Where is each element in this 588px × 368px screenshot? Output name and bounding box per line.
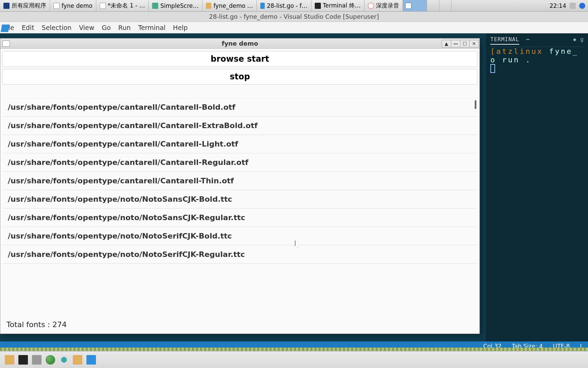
total-fonts-label: Total fonts : 274 — [2, 318, 477, 332]
menu-view[interactable]: View — [79, 24, 94, 31]
prompt-cmd: run . — [502, 56, 532, 64]
vscode-logo-icon — [1, 25, 10, 32]
menu-help[interactable]: Help — [173, 24, 187, 31]
taskbar-fyne-demo[interactable]: fyne demo — [50, 0, 96, 11]
taskbar-label: 28-list.go - f… — [267, 2, 307, 9]
list-item[interactable]: /usr/share/fonts/opentype/cantarell/Cant… — [2, 135, 477, 153]
taskbar-label: 深度录音 — [376, 2, 399, 10]
keyboard-icon[interactable] — [570, 3, 576, 9]
file-manager-icon[interactable] — [5, 355, 14, 365]
menu-edit[interactable]: Edit — [22, 24, 34, 31]
folder-icon[interactable] — [73, 355, 82, 365]
pager-cell[interactable] — [403, 0, 427, 11]
terminal-line: o run . — [490, 56, 584, 64]
folder-icon — [206, 3, 212, 9]
footer-text: Total fonts : 274 — [6, 320, 67, 329]
window-thumb-icon — [405, 3, 411, 9]
system-taskbar: 所有应用程序 fyne demo *未命名 1 - … SimpleScre… … — [0, 0, 588, 12]
list-item[interactable]: /usr/share/fonts/opentype/noto/NotoSansC… — [2, 209, 477, 227]
terminal-more-icon[interactable]: ⋯ — [526, 36, 530, 45]
terminal-cursor — [490, 64, 584, 75]
bottom-dock — [0, 351, 588, 368]
taskbar-simplescreen[interactable]: SimpleScre… — [149, 0, 202, 11]
taskbar-all-apps[interactable]: 所有应用程序 — [0, 0, 50, 11]
list-item[interactable]: /usr/share/fonts/opentype/noto/NotoSansC… — [2, 190, 477, 209]
terminal-panel[interactable]: TERMINAL ⋯ ◆ g [atzlinux fyne_ o run . — [486, 33, 588, 341]
menu-go[interactable]: Go — [102, 24, 111, 31]
pager-cell[interactable] — [451, 0, 463, 11]
taskbar-label: SimpleScre… — [160, 2, 198, 9]
taskbar-fyne-folder[interactable]: fyne_demo … — [202, 0, 257, 11]
prompt-user: atzlinux — [496, 47, 543, 56]
fyne-body: browse start stop /usr/share/fonts/opent… — [0, 49, 479, 334]
stop-button[interactable]: stop — [2, 69, 477, 85]
taskbar-label: Terminal 终… — [323, 2, 361, 10]
search-icon[interactable] — [59, 355, 69, 365]
taskbar-vscode-file[interactable]: 28-list.go - f… — [257, 0, 311, 11]
vscode-icon — [260, 3, 265, 9]
vscode-titlebar: 28-list.go - fyne_demo - Visual Studio C… — [0, 12, 588, 22]
list-item[interactable]: /usr/share/fonts/opentype/cantarell/Cant… — [2, 117, 477, 135]
font-path: /usr/share/fonts/opentype/noto/NotoSansC… — [8, 195, 232, 203]
menu-terminal[interactable]: Terminal — [138, 24, 165, 31]
scrollbar-thumb[interactable] — [475, 100, 476, 109]
close-button[interactable]: ✕ — [469, 40, 479, 47]
taskbar-label: fyne_demo … — [213, 2, 253, 9]
window-title: 28-list.go - fyne_demo - Visual Studio C… — [209, 13, 379, 20]
browse-start-button[interactable]: browse start — [2, 51, 477, 67]
font-path: /usr/share/fonts/opentype/noto/NotoSansC… — [8, 213, 245, 222]
browser-icon[interactable] — [46, 355, 55, 365]
list-item[interactable]: /usr/share/fonts/opentype/cantarell/Cant… — [2, 153, 477, 172]
terminal-line: [atzlinux fyne_ — [490, 47, 584, 56]
terminal-icon[interactable] — [18, 355, 28, 365]
font-path: /usr/share/fonts/opentype/noto/NotoSerif… — [8, 232, 232, 240]
taskbar-unnamed-doc[interactable]: *未命名 1 - … — [96, 0, 149, 11]
save-icon[interactable] — [32, 355, 42, 365]
window-controls: ▲ — ☐ ✕ — [442, 40, 479, 47]
taskbar-label: fyne demo — [62, 2, 93, 9]
taskbar-spacer — [403, 0, 547, 11]
window-icon — [2, 41, 10, 47]
list-item[interactable]: /usr/share/fonts/opentype/cantarell/Cant… — [2, 98, 477, 117]
taskbar-label: *未命名 1 - … — [108, 2, 145, 10]
font-path: /usr/share/fonts/opentype/cantarell/Cant… — [8, 177, 234, 185]
minimize-button[interactable]: — — [451, 40, 460, 47]
document-icon — [100, 3, 106, 9]
pager-cell[interactable] — [439, 0, 451, 11]
list-item[interactable]: /usr/share/fonts/opentype/noto/NotoSerif… — [2, 245, 477, 264]
taskbar-recorder[interactable]: 深度录音 — [364, 0, 403, 11]
list-item[interactable]: /usr/share/fonts/opentype/cantarell/Cant… — [2, 172, 477, 190]
kicker-icon — [3, 3, 10, 9]
record-icon — [152, 3, 158, 9]
terminal-shell-icon[interactable]: ◆ g — [573, 36, 584, 45]
terminal-icon — [315, 3, 321, 9]
prompt-rest: fyne_ — [543, 47, 578, 56]
record-icon — [368, 3, 374, 9]
terminal-tab[interactable]: TERMINAL — [490, 36, 519, 45]
taskbar-terminal[interactable]: Terminal 终… — [311, 0, 364, 11]
font-path: /usr/share/fonts/opentype/noto/NotoSerif… — [8, 250, 245, 259]
font-path: /usr/share/fonts/opentype/cantarell/Cant… — [8, 140, 238, 148]
menu-selection[interactable]: Selection — [42, 24, 72, 31]
bluetooth-icon[interactable] — [579, 3, 585, 9]
shade-button[interactable]: ▲ — [442, 40, 451, 47]
fyne-demo-window: fyne demo ▲ — ☐ ✕ browse start stop /usr… — [0, 38, 480, 334]
window-icon — [53, 3, 60, 9]
list-item[interactable]: /usr/share/fonts/opentype/noto/NotoSerif… — [2, 227, 477, 245]
prompt-text: o — [490, 56, 502, 64]
fyne-titlebar[interactable]: fyne demo ▲ — ☐ ✕ — [0, 39, 479, 49]
font-path: /usr/share/fonts/opentype/cantarell/Cant… — [8, 121, 258, 130]
maximize-button[interactable]: ☐ — [460, 40, 470, 47]
system-tray: 22:14 — [547, 0, 588, 11]
pager-cell[interactable] — [427, 0, 439, 11]
terminal-tabs: TERMINAL ⋯ ◆ g — [490, 36, 584, 47]
font-list[interactable]: /usr/share/fonts/opentype/cantarell/Cant… — [2, 98, 477, 318]
vscode-menubar: File Edit Selection View Go Run Terminal… — [0, 22, 588, 33]
vscode-icon[interactable] — [86, 355, 96, 365]
font-path: /usr/share/fonts/opentype/cantarell/Cant… — [8, 103, 235, 111]
taskbar-label: 所有应用程序 — [12, 2, 46, 10]
clock[interactable]: 22:14 — [550, 2, 566, 9]
fyne-title: fyne demo — [222, 40, 258, 47]
menu-run[interactable]: Run — [118, 24, 131, 31]
font-path: /usr/share/fonts/opentype/cantarell/Cant… — [8, 158, 248, 167]
